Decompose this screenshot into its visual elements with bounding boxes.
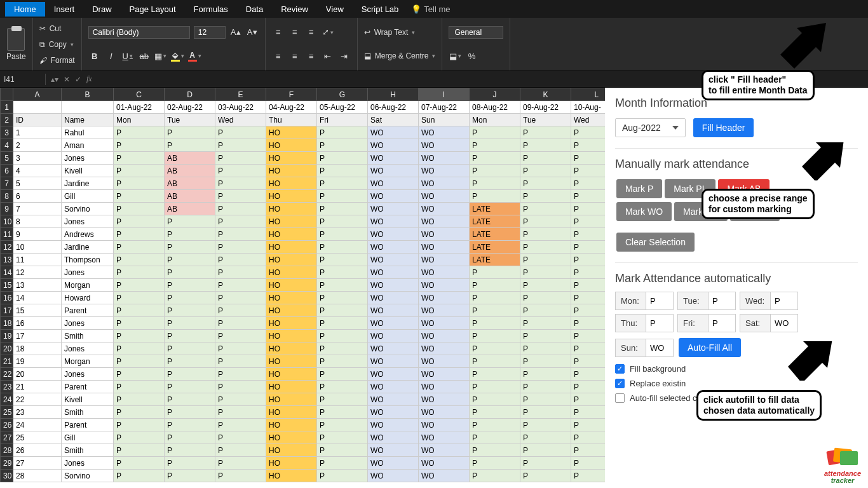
attendance-cell[interactable]: P — [317, 330, 368, 342]
attendance-cell[interactable]: HO — [266, 266, 317, 279]
attendance-cell[interactable]: P — [571, 406, 606, 419]
id-cell[interactable]: 24 — [13, 419, 62, 431]
currency-icon[interactable]: ⬓ — [449, 50, 461, 62]
attendance-cell[interactable]: WO — [368, 139, 419, 152]
name-cell[interactable]: Jones — [62, 317, 114, 330]
header-name[interactable]: Name — [62, 114, 114, 126]
attendance-cell[interactable]: P — [571, 444, 606, 457]
id-cell[interactable]: 21 — [13, 381, 62, 393]
name-cell[interactable]: Sorvino — [62, 470, 114, 482]
orientation-icon[interactable]: ⤢ — [322, 26, 334, 39]
day-header[interactable]: Sat — [368, 114, 419, 126]
attendance-cell[interactable]: P — [215, 431, 266, 444]
fx-icon[interactable]: fx — [86, 74, 92, 84]
attendance-cell[interactable]: P — [520, 444, 571, 457]
align-top-icon[interactable]: ≡ — [272, 26, 285, 39]
attendance-cell[interactable]: P — [520, 470, 571, 482]
date-cell[interactable]: 03-Aug-22 — [215, 101, 266, 114]
column-header[interactable]: H — [368, 88, 419, 101]
attendance-cell[interactable]: WO — [419, 368, 470, 381]
attendance-cell[interactable]: P — [165, 368, 215, 381]
id-cell[interactable]: 22 — [13, 393, 62, 406]
attendance-cell[interactable]: P — [317, 393, 368, 406]
attendance-cell[interactable]: P — [317, 241, 368, 254]
attendance-cell[interactable]: P — [114, 241, 165, 254]
align-left-icon[interactable]: ≡ — [272, 50, 285, 62]
id-cell[interactable]: 20 — [13, 368, 62, 381]
attendance-cell[interactable]: WO — [419, 292, 470, 304]
attendance-cell[interactable]: WO — [419, 419, 470, 431]
name-cell[interactable]: Thompson — [62, 254, 114, 266]
attendance-cell[interactable]: P — [571, 165, 606, 177]
id-cell[interactable]: 9 — [13, 228, 62, 241]
attendance-cell[interactable]: WO — [368, 126, 419, 139]
row-header[interactable]: 14 — [1, 266, 13, 279]
mark-button[interactable]: Mark WO — [616, 202, 672, 221]
attendance-cell[interactable]: P — [114, 457, 165, 470]
tab-page-layout[interactable]: Page Layout — [121, 2, 185, 17]
attendance-cell[interactable]: WO — [368, 292, 419, 304]
attendance-cell[interactable]: P — [215, 203, 266, 215]
mark-button[interactable]: Mark P — [616, 179, 662, 198]
attendance-cell[interactable]: P — [165, 215, 215, 228]
select-all-corner[interactable] — [1, 88, 13, 101]
attendance-cell[interactable]: P — [520, 254, 571, 266]
name-cell[interactable]: Jardine — [62, 177, 114, 190]
attendance-cell[interactable]: HO — [266, 203, 317, 215]
attendance-cell[interactable]: HO — [266, 279, 317, 292]
attendance-cell[interactable]: P — [520, 228, 571, 241]
row-header[interactable]: 8 — [1, 190, 13, 203]
attendance-cell[interactable]: P — [317, 126, 368, 139]
attendance-cell[interactable]: P — [114, 470, 165, 482]
attendance-cell[interactable]: WO — [368, 457, 419, 470]
date-cell[interactable]: 04-Aug-22 — [266, 101, 317, 114]
align-center-icon[interactable]: ≡ — [288, 50, 301, 62]
attendance-cell[interactable]: P — [470, 355, 520, 368]
attendance-cell[interactable]: P — [114, 304, 165, 317]
attendance-cell[interactable]: P — [520, 381, 571, 393]
attendance-cell[interactable]: P — [215, 393, 266, 406]
attendance-cell[interactable]: P — [520, 266, 571, 279]
name-cell[interactable]: Sorvino — [62, 203, 114, 215]
attendance-cell[interactable]: P — [114, 203, 165, 215]
day-value-input[interactable] — [646, 314, 674, 332]
row-header[interactable]: 30 — [1, 470, 13, 482]
attendance-cell[interactable]: P — [114, 279, 165, 292]
attendance-cell[interactable]: P — [470, 470, 520, 482]
copy-label[interactable]: Copy — [49, 40, 74, 49]
id-cell[interactable]: 2 — [13, 139, 62, 152]
attendance-cell[interactable]: P — [215, 241, 266, 254]
indent-icon[interactable]: ⇥ — [338, 50, 351, 62]
attendance-cell[interactable]: P — [571, 368, 606, 381]
attendance-cell[interactable]: P — [165, 317, 215, 330]
attendance-cell[interactable]: P — [317, 279, 368, 292]
name-cell[interactable]: Parent — [62, 304, 114, 317]
attendance-cell[interactable]: WO — [419, 470, 470, 482]
attendance-cell[interactable]: P — [215, 190, 266, 203]
border-button[interactable]: ▦ — [154, 50, 167, 62]
attendance-cell[interactable]: HO — [266, 393, 317, 406]
attendance-cell[interactable]: WO — [368, 470, 419, 482]
row-header[interactable]: 11 — [1, 228, 13, 241]
attendance-cell[interactable]: HO — [266, 177, 317, 190]
attendance-cell[interactable]: WO — [368, 431, 419, 444]
name-box[interactable]: I41 — [0, 74, 46, 85]
attendance-cell[interactable]: P — [165, 406, 215, 419]
number-format-select[interactable] — [449, 26, 503, 39]
attendance-cell[interactable]: P — [114, 165, 165, 177]
day-header[interactable]: Fri — [317, 114, 368, 126]
name-cell[interactable]: Jones — [62, 152, 114, 165]
day-value-input[interactable] — [646, 292, 674, 310]
attendance-cell[interactable]: WO — [419, 241, 470, 254]
name-cell[interactable]: Jardine — [62, 241, 114, 254]
spreadsheet-grid[interactable]: ABCDEFGHIJKL101-Aug-2202-Aug-2203-Aug-22… — [0, 88, 605, 488]
attendance-cell[interactable]: P — [165, 139, 215, 152]
attendance-cell[interactable]: P — [215, 419, 266, 431]
name-cell[interactable]: Aman — [62, 139, 114, 152]
name-cell[interactable]: Rahul — [62, 126, 114, 139]
column-header[interactable]: L — [571, 88, 606, 101]
date-cell[interactable]: 05-Aug-22 — [317, 101, 368, 114]
attendance-cell[interactable]: P — [165, 241, 215, 254]
attendance-cell[interactable]: P — [470, 126, 520, 139]
id-cell[interactable]: 14 — [13, 292, 62, 304]
